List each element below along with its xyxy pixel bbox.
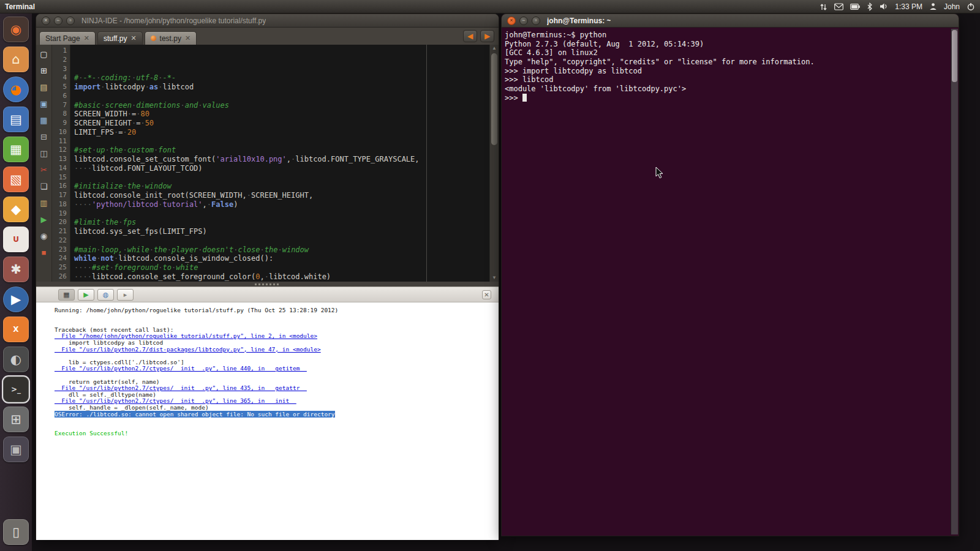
line-number: 4 xyxy=(52,73,67,83)
line-number: 26 xyxy=(52,272,67,282)
launcher-item-dash-home[interactable]: ◉ xyxy=(3,17,29,42)
code-line: while·not·libtcod.console_is_window_clos… xyxy=(74,254,489,263)
terminal-line: Type "help", "copyright", "credits" or "… xyxy=(505,58,949,67)
panel-splitter[interactable] xyxy=(36,282,499,287)
tab-close-icon[interactable]: ✕ xyxy=(185,34,190,42)
launcher-item-xchat[interactable]: X xyxy=(3,317,29,342)
tab-strip: Start Page✕stuff.py✕test.py✕ xyxy=(39,31,198,45)
ide-titlebar[interactable]: × − ▫ NINJA-IDE - /home/john/python/rogu… xyxy=(36,14,499,28)
web-preview-icon: ◍ xyxy=(103,291,109,299)
web-preview-button[interactable]: ◍ xyxy=(97,289,114,301)
launcher-item-workspace-switcher[interactable]: ⊞ xyxy=(3,407,29,432)
launcher-item-trash[interactable]: ▯ xyxy=(3,519,29,545)
user-menu[interactable]: John xyxy=(944,2,960,11)
terminal-minimize-button[interactable]: − xyxy=(519,17,528,25)
run-output-panel: Running: /home/john/python/roguelike tut… xyxy=(36,302,499,540)
code-line: ····libtcod.FONT_LAYOUT_TCOD) xyxy=(74,164,489,173)
launcher-item-system-settings[interactable]: ✱ xyxy=(3,257,29,282)
traceback-link[interactable]: File "/usr/lib/python2.7/dist-packages/l… xyxy=(55,347,499,353)
launcher-item-screenshot-tool[interactable]: ▣ xyxy=(3,437,29,462)
terminal-scrollbar[interactable] xyxy=(951,29,958,534)
code-line: #main·loop,·while·the·player·doesn't·clo… xyxy=(74,246,489,255)
paste-button[interactable]: ▥ xyxy=(39,197,50,208)
libreoffice-impress-icon: ▧ xyxy=(10,173,22,186)
nav-forward-button[interactable]: ▶ xyxy=(480,30,494,42)
launcher-item-libreoffice-writer[interactable]: ▤ xyxy=(3,107,29,132)
modified-indicator xyxy=(151,36,156,41)
launcher-item-libreoffice-calc[interactable]: ▦ xyxy=(3,137,29,162)
terminal-maximize-button[interactable]: ▫ xyxy=(532,17,540,25)
scroll-down-arrow-icon[interactable]: ▼ xyxy=(490,274,499,282)
run-output-button[interactable]: ▶ xyxy=(78,289,94,301)
terminal-screen[interactable]: john@Terminus:~$ pythonPython 2.7.3 (def… xyxy=(502,28,951,536)
launcher-item-terminal[interactable]: >_ xyxy=(3,377,29,402)
launcher-item-ubuntu-software-center[interactable]: ◆ xyxy=(3,197,29,222)
tab-test-py[interactable]: test.py✕ xyxy=(145,31,197,45)
terminal-line: >>> xyxy=(505,94,949,103)
launcher-item-ubuntu-one[interactable]: U xyxy=(3,227,29,252)
code-line: #set·up·the·custom·font xyxy=(74,146,489,155)
editor-scrollbar[interactable]: ▲ ▼ xyxy=(489,45,499,282)
code-line xyxy=(74,137,489,146)
new-file-icon: ▢ xyxy=(40,50,47,59)
copy-button[interactable]: ❏ xyxy=(39,181,50,192)
network-icon[interactable] xyxy=(820,2,827,11)
open-file-icon: ▤ xyxy=(40,83,47,92)
forward-arrow-icon: ▶ xyxy=(484,32,490,40)
save-file-button[interactable]: ▣ xyxy=(39,98,50,109)
save-all-button[interactable]: ▦ xyxy=(39,114,50,126)
launcher-item-gimp[interactable]: ◐ xyxy=(3,347,29,372)
volume-icon[interactable] xyxy=(880,2,888,10)
clock[interactable]: 1:33 PM xyxy=(895,2,922,11)
console-button[interactable]: ▦ xyxy=(58,289,75,301)
line-number: 19 xyxy=(52,209,67,219)
user-icon[interactable] xyxy=(929,2,937,10)
launcher-item-home-folder[interactable]: ⌂ xyxy=(3,47,29,72)
code-line: libtcod.sys_set_fps(LIMIT_FPS) xyxy=(74,227,489,236)
split-horizontal-button[interactable]: ⊟ xyxy=(39,131,50,142)
ubuntu-software-center-icon: ◆ xyxy=(11,203,21,216)
new-project-button[interactable]: ⊞ xyxy=(39,65,50,76)
back-arrow-icon: ◀ xyxy=(467,32,473,40)
code-area[interactable]: #·-*-·coding:·utf-8·-*-import·libtcodpy·… xyxy=(70,45,489,282)
terminal-line: Python 2.7.3 (default, Aug 1 2012, 05:14… xyxy=(505,40,949,49)
run-project-button[interactable]: ▶ xyxy=(39,214,50,225)
open-file-button[interactable]: ▤ xyxy=(39,81,50,92)
code-editor[interactable]: 1234567891011121314151617181920212223242… xyxy=(52,45,499,282)
cut-button[interactable]: ✂ xyxy=(39,164,50,175)
console-close-button[interactable]: ✕ xyxy=(482,290,491,299)
active-app-title: Terminal xyxy=(5,2,35,11)
debug-button[interactable]: ◉ xyxy=(39,230,50,241)
bluetooth-icon[interactable] xyxy=(867,2,873,11)
console-output-line xyxy=(55,314,499,321)
ide-minimize-button[interactable]: − xyxy=(54,17,62,25)
terminal-scroll-thumb[interactable] xyxy=(952,30,957,82)
stop-button[interactable]: ■ xyxy=(39,247,50,258)
splitter-grip[interactable] xyxy=(255,283,281,285)
mail-icon[interactable] xyxy=(834,3,843,10)
ide-maximize-button[interactable]: ▫ xyxy=(66,17,75,25)
launcher-item-firefox[interactable]: ◕ xyxy=(3,77,29,102)
terminal-line: >>> libtcod xyxy=(505,75,949,84)
nav-back-button[interactable]: ◀ xyxy=(463,30,477,42)
tab-stuff-py[interactable]: stuff.py✕ xyxy=(97,31,143,45)
tab-start-page[interactable]: Start Page✕ xyxy=(39,31,96,45)
editor-scroll-thumb[interactable] xyxy=(491,53,497,145)
ide-window-title: NINJA-IDE - /home/john/python/roguelike … xyxy=(81,17,266,25)
split-vertical-button[interactable]: ◫ xyxy=(39,148,50,159)
system-tray: 1:33 PM John xyxy=(820,2,980,11)
traceback-link[interactable]: File "/usr/lib/python2.7/ctypes/__init__… xyxy=(55,365,499,372)
tab-close-icon[interactable]: ✕ xyxy=(84,34,89,42)
console-toolbar: ▦▶◍▸ ✕ xyxy=(36,287,499,302)
tab-close-icon[interactable]: ✕ xyxy=(130,34,136,42)
new-file-button[interactable]: ▢ xyxy=(39,48,50,59)
terminal-titlebar[interactable]: × − ▫ john@Terminus: ~ xyxy=(502,14,959,28)
scroll-up-arrow-icon[interactable]: ▲ xyxy=(490,45,499,52)
ide-close-button[interactable]: × xyxy=(42,17,50,25)
terminal-close-button[interactable]: × xyxy=(507,17,516,25)
shell-button[interactable]: ▸ xyxy=(117,289,134,301)
session-menu-icon[interactable] xyxy=(967,2,975,11)
battery-icon[interactable] xyxy=(850,4,860,10)
launcher-item-libreoffice-impress[interactable]: ▧ xyxy=(3,167,29,192)
launcher-item-movie-player[interactable]: ▶ xyxy=(3,287,29,312)
